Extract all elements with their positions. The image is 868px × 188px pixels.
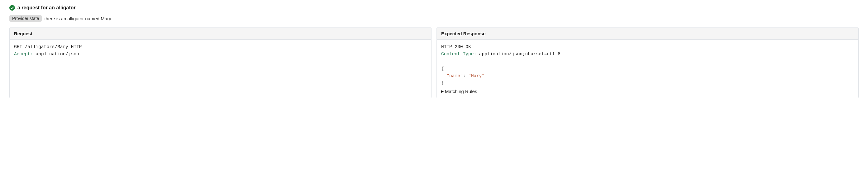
provider-state-badge: Provider state bbox=[9, 15, 42, 22]
json-indent bbox=[441, 73, 446, 78]
response-header-value: application/json;charset=utf-8 bbox=[476, 52, 560, 56]
json-close-brace: } bbox=[441, 81, 444, 86]
request-panel-body: GET /alligators/Mary HTTP Accept: applic… bbox=[10, 40, 431, 61]
json-colon: : bbox=[463, 73, 468, 78]
json-open-brace: { bbox=[441, 66, 444, 71]
matching-rules-toggle[interactable]: ▶ Matching Rules bbox=[441, 89, 854, 94]
request-header-name: Accept: bbox=[14, 52, 33, 56]
json-value: "Mary" bbox=[468, 73, 485, 78]
request-panel: Request GET /alligators/Mary HTTP Accept… bbox=[9, 27, 432, 98]
json-key: "name" bbox=[446, 73, 463, 78]
request-code: GET /alligators/Mary HTTP Accept: applic… bbox=[14, 44, 427, 58]
success-check-icon bbox=[9, 5, 15, 10]
provider-state-text: there is an alligator named Mary bbox=[44, 16, 111, 21]
disclosure-triangle-icon: ▶ bbox=[441, 89, 444, 93]
response-header-name: Content-Type: bbox=[441, 52, 476, 56]
svg-point-0 bbox=[9, 5, 15, 10]
request-header-value: application/json bbox=[33, 52, 79, 56]
response-panel: Expected Response HTTP 200 OK Content-Ty… bbox=[436, 27, 859, 98]
response-status-line: HTTP 200 OK bbox=[441, 44, 471, 49]
panels-container: Request GET /alligators/Mary HTTP Accept… bbox=[9, 27, 859, 98]
request-line: GET /alligators/Mary HTTP bbox=[14, 44, 82, 49]
response-panel-title: Expected Response bbox=[437, 28, 858, 40]
provider-state-row: Provider state there is an alligator nam… bbox=[9, 15, 859, 22]
interaction-title: a request for an alligator bbox=[18, 5, 76, 10]
interaction-header: a request for an alligator bbox=[9, 5, 859, 10]
response-panel-body: HTTP 200 OK Content-Type: application/js… bbox=[437, 40, 858, 98]
response-code: HTTP 200 OK Content-Type: application/js… bbox=[441, 44, 854, 87]
request-panel-title: Request bbox=[10, 28, 431, 40]
matching-rules-label: Matching Rules bbox=[445, 89, 477, 94]
